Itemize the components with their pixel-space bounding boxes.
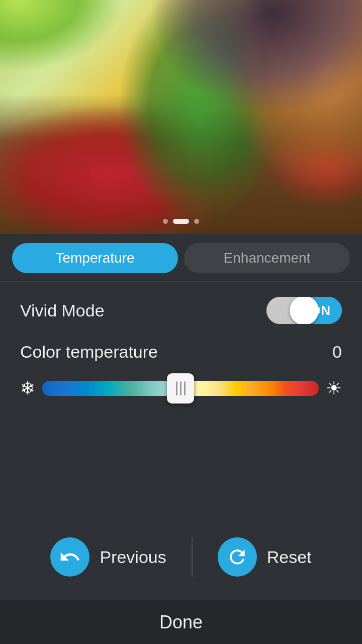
thumb-line-1 bbox=[176, 381, 177, 395]
tab-row: Temperature Enhancement bbox=[0, 234, 362, 282]
thumb-lines bbox=[176, 381, 186, 395]
slider-row: ❄ ☀ bbox=[20, 376, 342, 401]
controls-panel: Temperature Enhancement Vivid Mode ON Co… bbox=[0, 234, 362, 600]
done-bar[interactable]: Done bbox=[0, 600, 362, 644]
hero-image-area bbox=[0, 0, 362, 234]
thumb-line-3 bbox=[184, 381, 186, 395]
previous-button[interactable]: Previous bbox=[35, 529, 181, 585]
previous-label: Previous bbox=[100, 547, 166, 567]
color-temp-label: Color temperature bbox=[20, 342, 158, 362]
vivid-mode-row: Vivid Mode ON bbox=[20, 297, 342, 324]
reset-icon bbox=[218, 537, 257, 577]
undo-icon bbox=[59, 546, 81, 568]
carousel-dots bbox=[163, 219, 199, 224]
dot-2[interactable] bbox=[173, 219, 189, 224]
color-temp-row: Color temperature 0 bbox=[20, 342, 342, 362]
refresh-icon bbox=[226, 546, 248, 568]
previous-icon bbox=[50, 537, 89, 577]
hero-background bbox=[0, 0, 362, 234]
vivid-mode-toggle[interactable]: ON bbox=[266, 297, 342, 324]
snowflake-icon: ❄ bbox=[20, 378, 35, 399]
vivid-mode-label: Vivid Mode bbox=[20, 301, 105, 320]
tab-temperature[interactable]: Temperature bbox=[12, 243, 178, 273]
dot-1[interactable] bbox=[163, 219, 168, 224]
color-temp-slider[interactable] bbox=[42, 376, 319, 401]
color-temp-value: 0 bbox=[332, 342, 342, 362]
reset-label: Reset bbox=[267, 547, 312, 567]
button-divider bbox=[192, 537, 193, 577]
dot-3[interactable] bbox=[194, 219, 199, 224]
thumb-line-2 bbox=[180, 381, 182, 395]
bottom-buttons: Previous Reset bbox=[0, 517, 362, 600]
tab-enhancement[interactable]: Enhancement bbox=[184, 243, 350, 273]
reset-button[interactable]: Reset bbox=[203, 529, 327, 585]
toggle-thumb bbox=[290, 297, 319, 324]
hero-scene bbox=[0, 0, 362, 234]
done-label: Done bbox=[159, 612, 203, 633]
slider-thumb[interactable] bbox=[167, 373, 194, 404]
content-area: Vivid Mode ON Color temperature 0 ❄ bbox=[0, 282, 362, 517]
sun-icon: ☀ bbox=[326, 378, 342, 399]
